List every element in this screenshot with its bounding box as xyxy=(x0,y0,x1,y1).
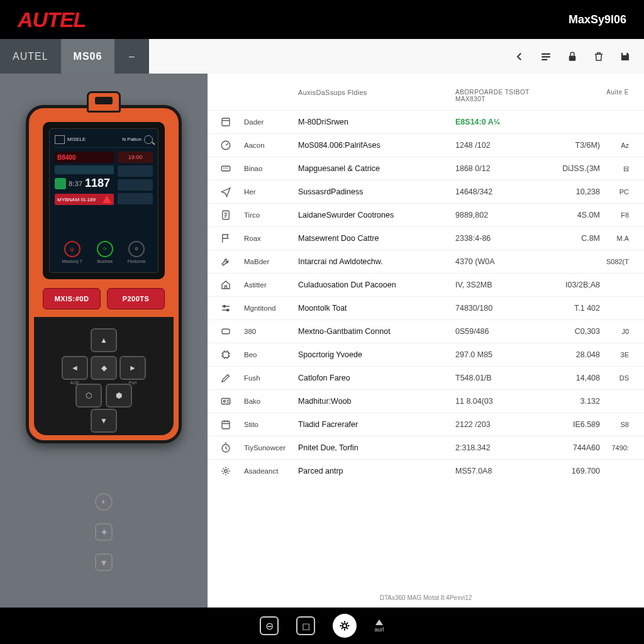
svg-rect-0 xyxy=(541,53,550,54)
table-row[interactable]: MgntitondMoontolk Toat74830/180T.1 402 xyxy=(208,296,644,319)
row-cat: Bako xyxy=(244,397,298,405)
table-row[interactable]: MaBderIntarcrai nd Awldotechw.4370 (W0AS… xyxy=(208,250,644,273)
row-val1: T548.01/B xyxy=(455,374,543,382)
table-row[interactable]: TiySunowcerPnitet Due, Torfin2:318.34274… xyxy=(208,436,644,459)
svg-rect-11 xyxy=(222,329,230,334)
side-icon-1[interactable]: ◐ xyxy=(95,493,113,511)
bottom-home-icon[interactable] xyxy=(333,614,357,638)
row-title: Pnitet Due, Torfin xyxy=(298,443,455,452)
row-title: Matsewrent Doo Cattre xyxy=(298,234,455,243)
row-title: Spocrtorig Yvoede xyxy=(298,350,455,359)
row-val3: PC xyxy=(600,188,631,196)
table-row[interactable]: FushCatlofon FareoT548.01/B14,408DS xyxy=(208,366,644,389)
row-val2: I03/2B;A8 xyxy=(543,280,600,289)
device-btn-left: MXIS:#0D xyxy=(43,288,101,309)
row-val3: Az xyxy=(600,142,631,149)
row-val1: E8S14:0 A¼ xyxy=(455,118,543,126)
list-icon[interactable] xyxy=(540,50,552,63)
row-val1: 297.0 M85 xyxy=(455,350,543,359)
trash-icon[interactable] xyxy=(592,50,605,63)
row-cat: Roax xyxy=(244,235,298,242)
row-cat: Beo xyxy=(244,351,298,358)
table-header: AuxisDaSsups Fldies ABORPOARDE TSIBOT MA… xyxy=(208,74,644,110)
row-val2: 169.700 xyxy=(543,467,600,475)
table-row[interactable]: StitoTladid Facrerafer2122 /203IE6.589S8 xyxy=(208,413,644,436)
table-row[interactable]: DaderM-80DriSrwenE8S14:0 A¼ xyxy=(208,110,644,133)
row-icon xyxy=(220,396,244,407)
lock-icon[interactable] xyxy=(566,50,579,63)
row-title: Parced antrp xyxy=(298,467,455,475)
row-val1: IV, 3S2MB xyxy=(455,280,543,289)
side-icon-2[interactable]: ✦ xyxy=(95,523,113,541)
row-val2: 28.048 xyxy=(543,350,600,359)
row-val1: 1868 0/12 xyxy=(455,164,543,173)
table-row[interactable]: AaconMoS084.006:PalrifAses1248 /102T3/6M… xyxy=(208,133,644,157)
table-row[interactable]: TircoLaidaneSwurder Cootrones9889,8024S.… xyxy=(208,203,644,226)
row-icon xyxy=(220,256,244,267)
table-row[interactable]: RoaxMatsewrent Doo Cattre2338:4-86C.8MM.… xyxy=(208,226,644,250)
table-row[interactable]: BakoMadhitur:Woob11 8.04(033.132 xyxy=(208,389,644,413)
row-icon xyxy=(220,186,244,197)
table-row[interactable]: AsadeanctParced antrpMS57.0A8169.700 xyxy=(208,459,644,482)
row-icon xyxy=(220,140,244,151)
row-icon xyxy=(220,279,244,291)
row-title: MoS084.006:PalrifAses xyxy=(298,141,455,150)
row-val1: 0S59/486 xyxy=(455,327,543,336)
row-title: LaidaneSwurder Cootrones xyxy=(298,211,455,219)
row-val1: 11 8.04(03 xyxy=(455,397,543,406)
row-cat: Fush xyxy=(244,374,298,382)
row-title: Madhitur:Woob xyxy=(298,397,455,406)
tab-ms06[interactable]: MS06 xyxy=(61,39,115,74)
brand-logo: AUTEL xyxy=(18,8,86,32)
svg-rect-2 xyxy=(541,58,547,60)
bottom-up-icon[interactable]: aurl xyxy=(374,619,384,633)
tab-autel[interactable]: AUTEL xyxy=(0,39,61,74)
row-icon xyxy=(220,209,244,221)
table-row[interactable]: 380Mextno-Gantbatim Connot0S59/486C0,303… xyxy=(208,319,644,343)
row-val1: 1248 /102 xyxy=(455,141,543,150)
svg-point-14 xyxy=(223,401,225,402)
tab-minus[interactable]: – xyxy=(114,39,149,74)
row-title: Mextno-Gantbatim Connot xyxy=(298,327,455,336)
model-name: MaxSy9I06 xyxy=(569,13,626,26)
row-val2: 14,408 xyxy=(543,374,600,382)
row-title: Mapguesanel & Catrice xyxy=(298,164,455,173)
row-val3: M.A xyxy=(600,235,631,242)
row-val2: 10,238 xyxy=(543,187,600,196)
save-icon[interactable] xyxy=(619,50,631,63)
row-cat: TiySunowcer xyxy=(244,444,298,452)
back-icon[interactable] xyxy=(513,50,526,63)
svg-rect-4 xyxy=(623,53,626,55)
row-icon xyxy=(220,419,244,430)
table-row[interactable]: AstitterCuladuosation Dut PacooenIV, 3S2… xyxy=(208,273,644,296)
table-row[interactable]: HerSussasrdPadiness14648/34210,238PC xyxy=(208,180,644,203)
row-cat: Asadeanct xyxy=(244,467,298,475)
row-cat: Stito xyxy=(244,421,298,428)
row-title: Catlofon Fareo xyxy=(298,374,455,382)
table-row[interactable]: BeoSpocrtorig Yvoede297.0 M8528.0483E xyxy=(208,343,644,366)
row-val1: 4370 (W0A xyxy=(455,257,543,266)
bottom-minus-icon[interactable]: ⊖ xyxy=(260,616,279,635)
row-cat: Astitter xyxy=(244,281,298,289)
row-title: M-80DriSrwen xyxy=(298,118,455,126)
row-val3: 7490: xyxy=(600,444,631,452)
row-val2: T.1 402 xyxy=(543,304,600,313)
table-row[interactable]: BinaoMapguesanel & Catrice1868 0/12DiJSS… xyxy=(208,157,644,180)
svg-point-10 xyxy=(227,309,229,311)
row-val1: 2338:4-86 xyxy=(455,234,543,243)
row-title: Intarcrai nd Awldotechw. xyxy=(298,257,455,266)
row-val1: 2122 /203 xyxy=(455,420,543,429)
row-val1: 2:318.342 xyxy=(455,443,543,452)
svg-point-17 xyxy=(225,470,228,473)
row-val2: C0,303 xyxy=(543,327,600,336)
row-cat: MaBder xyxy=(244,258,298,265)
side-icon-3[interactable]: ▾ xyxy=(95,553,113,571)
row-cat: Tirco xyxy=(244,211,298,219)
svg-rect-13 xyxy=(221,399,230,404)
row-val3: DS xyxy=(600,374,631,382)
row-val1: MS57.0A8 xyxy=(455,467,543,475)
row-icon xyxy=(220,349,244,360)
row-val2: 744A60 xyxy=(543,443,600,452)
svg-point-18 xyxy=(343,624,347,628)
bottom-square-icon[interactable]: ◻ xyxy=(296,616,315,635)
